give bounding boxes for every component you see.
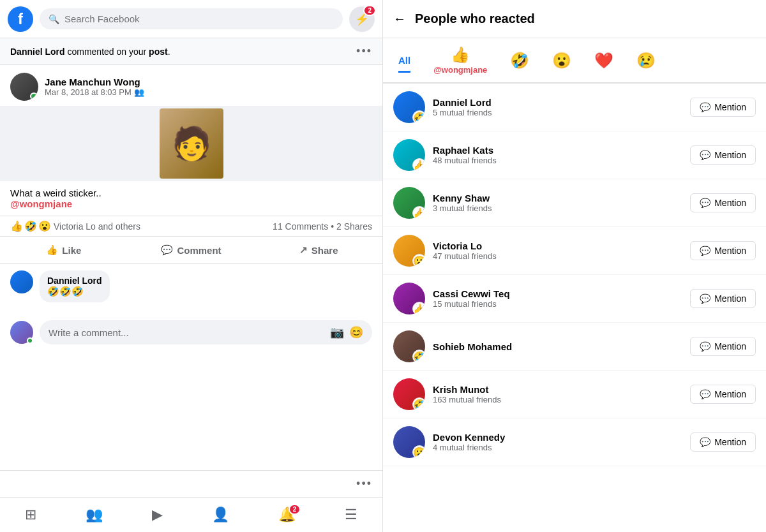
- tab-haha[interactable]: 🤣: [505, 49, 534, 72]
- write-comment-area: Write a comment... 📷 😊: [0, 315, 382, 350]
- person-avatar: 👍: [393, 139, 425, 171]
- nav-menu[interactable]: ☰: [332, 503, 370, 527]
- header: f 🔍 ⚡ 2: [0, 0, 382, 38]
- post-author-avatar: [10, 73, 38, 101]
- search-box[interactable]: 🔍: [40, 8, 343, 29]
- mention-label: Mention: [714, 341, 746, 351]
- person-row: 👍 Cassi Cewwi Teq 15 mutual friends 💬 Me…: [383, 275, 766, 323]
- person-avatar: 😮: [393, 235, 425, 267]
- post-time: Mar 8, 2018 at 8:03 PM 👥: [45, 87, 372, 97]
- video-icon: ▶: [152, 506, 163, 523]
- user-online-dot: [27, 337, 33, 344]
- like-button[interactable]: 👍 Like: [0, 239, 128, 261]
- person-mutual: 4 mutual friends: [433, 443, 682, 452]
- back-button[interactable]: ←: [393, 11, 406, 26]
- tab-all-label: All: [398, 55, 410, 73]
- search-input[interactable]: [64, 13, 334, 24]
- mention-button[interactable]: 💬 Mention: [690, 98, 756, 117]
- comment-mini-icon: 💬: [700, 293, 710, 304]
- facebook-logo: f: [8, 6, 33, 32]
- sad-tab-emoji: 😢: [636, 52, 656, 70]
- person-row: 🤣 Sohieb Mohamed 💬 Mention: [383, 323, 766, 371]
- reaction-tabs: All 👍 @wongmjane 🤣 😮 ❤️ 😢: [383, 38, 766, 84]
- post-image: 🧑: [0, 106, 382, 181]
- like-emoji: 👍: [10, 220, 23, 232]
- person-info: Sohieb Mohamed: [433, 341, 682, 352]
- action-buttons: 👍 Like 💬 Comment ↗ Share: [0, 237, 382, 264]
- left-panel: f 🔍 ⚡ 2 Danniel Lord commented on your p…: [0, 0, 383, 532]
- person-name: Raphael Kats: [433, 145, 682, 156]
- mention-button[interactable]: 💬 Mention: [690, 337, 756, 356]
- post-more-dots[interactable]: •••: [356, 477, 372, 491]
- tab-sad[interactable]: 😢: [631, 49, 661, 72]
- notification-bar: Danniel Lord commented on your post. •••: [0, 38, 382, 65]
- person-info: Devon Kennedy 4 mutual friends: [433, 432, 682, 452]
- comment-placeholder: Write a comment...: [49, 327, 129, 338]
- commenter-avatar: [10, 270, 33, 293]
- tab-like[interactable]: 👍 @wongmjane: [428, 43, 492, 77]
- mention-button[interactable]: 💬 Mention: [690, 145, 756, 165]
- person-name: Devon Kennedy: [433, 432, 682, 443]
- person-name: Danniel Lord: [433, 97, 682, 108]
- notif-post-link[interactable]: post: [149, 47, 168, 57]
- tab-love[interactable]: ❤️: [589, 49, 619, 72]
- person-row: 👍 Kenny Shaw 3 mutual friends 💬 Mention: [383, 179, 766, 227]
- person-reaction-badge: 👍: [412, 158, 425, 171]
- person-reaction-badge: 🤣: [412, 350, 425, 362]
- mention-button[interactable]: 💬 Mention: [690, 241, 756, 260]
- reactions-left: 👍 🤣 😮 Victoria Lo and others: [10, 220, 140, 232]
- post-meta: Jane Manchun Wong Mar 8, 2018 at 8:03 PM…: [45, 77, 372, 97]
- mention-button[interactable]: 💬 Mention: [690, 385, 756, 404]
- person-avatar: 🤣: [393, 378, 425, 410]
- panel-title: People who reacted: [415, 11, 535, 26]
- post-author-name[interactable]: Jane Manchun Wong: [45, 77, 372, 87]
- haha-tab-emoji: 🤣: [510, 52, 529, 70]
- mention-label: Mention: [714, 437, 746, 447]
- mention-button[interactable]: 💬 Mention: [690, 193, 756, 212]
- mention-button[interactable]: 💬 Mention: [690, 432, 756, 452]
- post-mention[interactable]: @wongmjane: [10, 198, 72, 209]
- comments-section: Danniel Lord 🤣🤣🤣: [0, 264, 382, 315]
- comment-input-box[interactable]: Write a comment... 📷 😊: [40, 320, 372, 344]
- more-options-button[interactable]: •••: [356, 45, 372, 58]
- nav-profile[interactable]: 👤: [199, 503, 242, 527]
- person-mutual: 163 mutual friends: [433, 395, 682, 404]
- person-avatar: 😮: [393, 426, 425, 458]
- person-row: 😮 Devon Kennedy 4 mutual friends 💬 Menti…: [383, 418, 766, 466]
- comment-button[interactable]: 💬 Comment: [128, 239, 255, 261]
- comment-mini-icon: 💬: [700, 198, 710, 208]
- comment-mini-icon: 💬: [700, 102, 710, 112]
- person-info: Victoria Lo 47 mutual friends: [433, 240, 682, 261]
- share-button[interactable]: ↗ Share: [255, 239, 382, 261]
- person-avatar: 🤣: [393, 91, 425, 123]
- tab-all[interactable]: All: [393, 52, 416, 69]
- post-header: Jane Manchun Wong Mar 8, 2018 at 8:03 PM…: [0, 65, 382, 106]
- person-row: 🤣 Krish Munot 163 mutual friends 💬 Menti…: [383, 371, 766, 418]
- menu-icon: ☰: [345, 506, 357, 523]
- groups-icon: 👥: [86, 506, 103, 523]
- messenger-button[interactable]: ⚡ 2: [349, 6, 375, 32]
- emoji-icon[interactable]: 😊: [349, 325, 363, 339]
- nav-home[interactable]: ⊞: [12, 503, 49, 527]
- tab-wow[interactable]: 😮: [547, 49, 576, 72]
- nav-notifications[interactable]: 🔔 2: [266, 503, 308, 527]
- person-avatar: 👍: [393, 283, 425, 314]
- haha-emoji: 🤣: [24, 220, 37, 232]
- bottom-navigation: ⊞ 👥 ▶ 👤 🔔 2 ☰: [0, 497, 382, 532]
- person-reaction-badge: 😮: [412, 445, 425, 458]
- person-reaction-badge: 🤣: [412, 397, 425, 410]
- notif-author: Danniel Lord: [10, 47, 65, 57]
- nav-video[interactable]: ▶: [139, 503, 176, 527]
- mention-button[interactable]: 💬 Mention: [690, 289, 756, 308]
- person-reaction-badge: 🤣: [412, 110, 425, 123]
- nav-groups[interactable]: 👥: [73, 503, 116, 527]
- camera-icon[interactable]: 📷: [330, 325, 344, 339]
- person-name: Victoria Lo: [433, 240, 682, 251]
- comment-mini-icon: 💬: [700, 246, 710, 256]
- notification-badge: 2: [289, 504, 301, 515]
- share-icon: ↗: [299, 244, 308, 256]
- mention-label: Mention: [714, 102, 746, 112]
- comment-text: 🤣🤣🤣: [47, 286, 102, 297]
- person-row: 😮 Victoria Lo 47 mutual friends 💬 Mentio…: [383, 227, 766, 275]
- person-reaction-badge: 😮: [412, 254, 425, 267]
